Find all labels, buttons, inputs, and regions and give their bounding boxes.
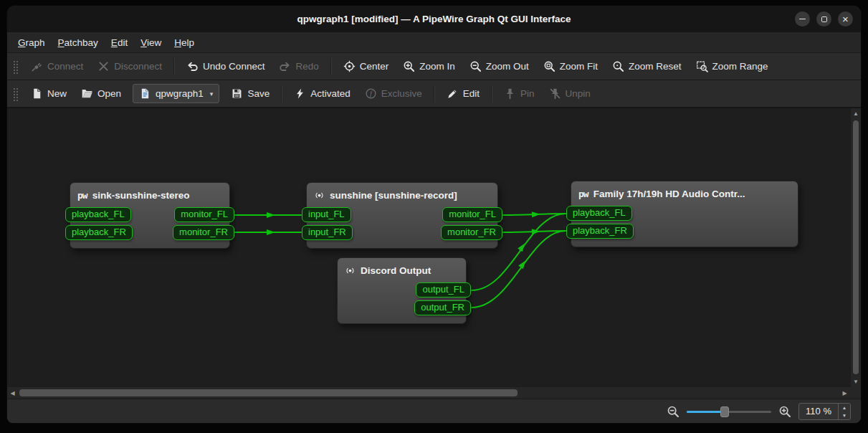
patchbay-file-icon	[139, 87, 151, 100]
disconnect-label: Disconnect	[114, 61, 162, 72]
edit-label: Edit	[463, 88, 480, 99]
menu-bar: Graph Patchbay Edit View Help	[7, 32, 861, 53]
save-label: Save	[247, 88, 270, 99]
zoom-out-button[interactable]: Zoom Out	[463, 56, 535, 77]
zoom-out-label: Zoom Out	[486, 61, 529, 72]
horizontal-scrollbar-handle[interactable]	[19, 389, 518, 396]
save-button[interactable]: Save	[224, 83, 276, 104]
toolbar-grip[interactable]	[13, 60, 19, 74]
unpin-button[interactable]: Unpin	[543, 83, 597, 104]
unpin-label: Unpin	[566, 88, 591, 99]
zoom-reset-label: Zoom Reset	[629, 61, 682, 72]
vertical-scrollbar[interactable]: ▲ ▼	[850, 108, 861, 387]
zoom-in-label: Zoom In	[419, 61, 455, 72]
disconnect-icon	[97, 60, 110, 72]
zoom-reset-icon	[612, 60, 624, 72]
port-monitor-fr[interactable]: monitor_FR	[173, 225, 234, 240]
menu-edit[interactable]: Edit	[105, 34, 134, 51]
zoom-spinbox[interactable]: 110 % ▲ ▼	[798, 403, 851, 420]
zoom-spin-up[interactable]: ▲	[839, 404, 850, 411]
pin-button[interactable]: Pin	[497, 83, 541, 104]
patchbay-combobox[interactable]: qpwgraph1 ▾	[133, 84, 219, 103]
zoom-range-button[interactable]: Zoom Range	[690, 56, 775, 77]
vertical-scrollbar-handle[interactable]	[853, 120, 859, 374]
link-arrow	[532, 211, 540, 218]
menu-graph[interactable]: Graph	[11, 34, 52, 51]
edit-button[interactable]: Edit	[440, 83, 486, 104]
speaker-icon	[314, 190, 325, 201]
connect-button[interactable]: Connect	[24, 56, 90, 77]
new-label: New	[47, 88, 67, 99]
scroll-up-arrow[interactable]: ▲	[851, 108, 861, 119]
open-label: Open	[97, 88, 121, 99]
undo-connect-button[interactable]: Undo Connect	[180, 56, 271, 77]
zoom-out-icon[interactable]	[667, 405, 679, 418]
node-sink-sunshine-stereo[interactable]: pw sink-sunshine-stereo playback_FL moni…	[70, 182, 230, 249]
node-header: pw sink-sunshine-stereo	[70, 183, 229, 207]
scroll-right-arrow[interactable]: ▶	[839, 387, 850, 399]
port-playback-fl[interactable]: playback_FL	[65, 207, 131, 222]
port-output-fl[interactable]: output_FL	[416, 282, 471, 298]
port-playback-fl[interactable]: playback_FL	[566, 206, 632, 221]
menu-help[interactable]: Help	[168, 34, 201, 51]
open-button[interactable]: Open	[75, 83, 128, 104]
toolbar-grip[interactable]	[13, 87, 19, 101]
new-file-icon	[31, 87, 43, 100]
center-button[interactable]: Center	[337, 56, 396, 77]
node-family-hd-audio[interactable]: pw Family 17h/19h HD Audio Contr... play…	[571, 181, 798, 247]
disconnect-button[interactable]: Disconnect	[91, 56, 168, 77]
exclusive-button[interactable]: f Exclusive	[358, 83, 429, 104]
port-monitor-fl[interactable]: monitor_FL	[442, 207, 502, 222]
undo-icon	[186, 60, 199, 72]
pipewire-icon: pw	[578, 189, 588, 199]
activated-button[interactable]: Activated	[287, 83, 357, 104]
zoom-slider[interactable]	[687, 405, 771, 418]
zoom-slider-handle[interactable]	[720, 406, 729, 417]
node-header: pw Family 17h/19h HD Audio Contr...	[571, 181, 798, 206]
maximize-icon	[821, 16, 827, 22]
menu-view[interactable]: View	[134, 34, 168, 51]
window-title: qpwgraph1 [modified] — A PipeWire Graph …	[297, 14, 571, 24]
port-input-fl[interactable]: input_FL	[302, 207, 351, 222]
link-arrow	[518, 259, 528, 269]
link-arrow	[532, 229, 540, 235]
toolbar-separator	[281, 85, 282, 103]
center-icon	[343, 60, 356, 72]
link-arrow	[267, 212, 275, 218]
exclusive-label: Exclusive	[381, 88, 422, 99]
redo-label: Redo	[295, 61, 318, 72]
port-input-fr[interactable]: input_FR	[302, 225, 353, 240]
zoom-value[interactable]: 110 %	[799, 404, 838, 419]
status-bar: 110 % ▲ ▼	[7, 399, 861, 423]
zoom-spin-down[interactable]: ▼	[839, 411, 850, 419]
pipewire-icon: pw	[77, 190, 87, 201]
graph-canvas[interactable]: pw sink-sunshine-stereo playback_FL moni…	[7, 108, 850, 387]
scroll-left-arrow[interactable]: ◀	[7, 387, 18, 399]
toolbar-separator	[434, 85, 435, 103]
redo-button[interactable]: Redo	[272, 56, 325, 77]
toolbar-separator	[330, 58, 332, 75]
zoom-in-icon	[403, 60, 415, 72]
menu-patchbay[interactable]: Patchbay	[52, 34, 105, 51]
new-button[interactable]: New	[24, 83, 73, 104]
title-bar[interactable]: qpwgraph1 [modified] — A PipeWire Graph …	[7, 6, 861, 32]
zoom-in-button[interactable]: Zoom In	[396, 56, 462, 77]
port-output-fr[interactable]: output_FR	[414, 300, 471, 315]
node-discord-output[interactable]: Discord Output output_FL output_FR	[337, 257, 467, 324]
port-monitor-fr[interactable]: monitor_FR	[441, 225, 502, 240]
scroll-down-arrow[interactable]: ▼	[851, 376, 861, 387]
port-monitor-fl[interactable]: monitor_FL	[174, 207, 234, 222]
minimize-button[interactable]	[795, 11, 810, 27]
maximize-button[interactable]	[816, 11, 831, 27]
port-playback-fr[interactable]: playback_FR	[566, 224, 634, 239]
zoom-reset-button[interactable]: Zoom Reset	[606, 56, 688, 77]
node-sunshine[interactable]: sunshine [sunshine-record] input_FL moni…	[306, 182, 498, 249]
link-sunshine-to-family-fr	[503, 231, 566, 232]
zoom-in-icon[interactable]	[778, 405, 791, 418]
horizontal-scrollbar[interactable]: ◀ ▶	[7, 386, 850, 399]
node-header: sunshine [sunshine-record]	[307, 183, 497, 207]
port-playback-fr[interactable]: playback_FR	[65, 225, 133, 240]
connect-icon	[31, 60, 43, 72]
close-button[interactable]: ×	[838, 11, 853, 27]
zoom-fit-button[interactable]: Zoom Fit	[537, 56, 604, 77]
